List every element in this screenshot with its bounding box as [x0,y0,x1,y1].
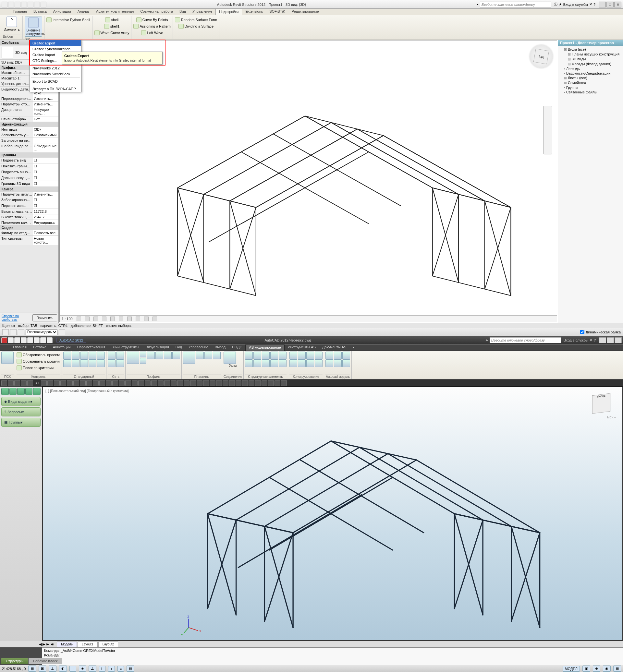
help-icon[interactable]: ? [594,338,596,342]
tb-icon[interactable] [216,380,222,386]
grid-icon-1[interactable] [108,352,116,359]
wave-button[interactable]: Wave Curve Array [94,30,129,36]
am-icon-3[interactable] [342,352,350,359]
designopt-icon[interactable] [18,329,24,335]
tree-sheets[interactable]: Листы (все) [559,75,621,81]
property-row[interactable]: Высота точки ц…2547.7 [0,214,58,220]
atab-12[interactable]: Документы AS [319,344,350,350]
atab-7[interactable]: Управление [185,344,212,350]
star-icon[interactable]: ★ [559,2,562,6]
tb-icon[interactable] [203,380,209,386]
command-line[interactable]: Команда: _AstM4CommGREXModelToAstor Кома… [42,647,623,665]
menu-export-lira[interactable]: Экспорт в ПК ЛИРА-САПР [30,86,81,92]
model-space-btn[interactable]: МОДЕЛ [563,666,580,672]
atab-6[interactable]: Вид [172,344,185,350]
tb-icon[interactable] [242,380,248,386]
exchange-icon[interactable]: ✕ [589,2,592,6]
con-icon-7[interactable] [306,359,314,367]
worksets-icon[interactable] [2,329,9,335]
tab-analysis[interactable]: Анализ [74,9,93,15]
crop-icon[interactable] [119,316,123,321]
shadows-icon[interactable] [102,316,107,321]
status-icon[interactable]: ◉ [603,666,611,672]
tb-icon[interactable] [158,380,164,386]
tb-icon[interactable] [1,380,7,386]
tree-views[interactable]: Виды (все) [559,47,621,52]
property-row[interactable]: Перспективная☐ [0,203,58,209]
tree-links[interactable]: Связанные файлы [559,90,621,94]
tree-groups[interactable]: Группы [559,85,621,90]
btab-structures[interactable]: Структуры [1,658,28,664]
tb-icon[interactable] [138,380,144,386]
property-row[interactable]: Переопределен…Изменить… [0,96,58,101]
property-row[interactable]: Параметры визу…Изменить… [0,192,58,197]
exchange-icon[interactable]: ✕ [590,338,593,342]
tb-icon[interactable] [262,380,267,386]
ducs-btn[interactable]: L [99,666,106,672]
tab-arch[interactable]: Архитектура и генплан [93,9,137,15]
qat-redo-icon[interactable] [28,2,33,7]
model-browser-btn[interactable]: Обозреватель модели [17,358,60,365]
tree-elev[interactable]: Фасады (Фасад здания) [559,62,621,66]
dynamic-box-checkbox[interactable] [580,330,584,334]
tb-icon[interactable] [171,380,177,386]
tb-icon[interactable] [21,380,27,386]
con-icon-1[interactable] [290,352,297,359]
pal-tab-4[interactable] [25,388,33,395]
prop-value[interactable]: Объединение … [33,143,58,152]
am-icon-4[interactable] [325,359,333,367]
se-icon-2[interactable] [254,352,261,359]
prop-value[interactable]: ☐ [33,203,58,209]
scale-value[interactable]: 1 : 100 [62,317,73,321]
con-icon-5[interactable] [290,359,297,367]
main-model-select[interactable]: Главная модель [26,329,57,335]
editreq-icon[interactable] [10,329,17,335]
property-row[interactable]: Дальняя секущ…☐ [0,175,58,181]
crop-region-icon[interactable] [127,316,132,321]
atab-10[interactable]: AS моделирование [245,344,284,350]
menu-navisworks-switchback[interactable]: Navisworks SwitchBack [30,71,81,77]
prof-icon-2[interactable] [140,358,146,364]
property-row[interactable]: Высота глаза на…11722.8 [0,209,58,214]
curve-by-points-button[interactable]: Curve By Points [136,17,168,23]
property-row[interactable]: Тип системыНовая констр… [0,236,58,245]
lwt-btn[interactable]: ≡ [117,666,124,672]
tb-icon[interactable] [119,380,125,386]
atab-13[interactable]: • [350,344,357,350]
property-row[interactable]: Положение кам…Регулировка [0,220,58,225]
prop-value[interactable]: Несущие конс… [33,107,58,116]
am-icon-6[interactable] [342,359,350,367]
tb-icon[interactable] [8,380,13,386]
tb-icon[interactable] [41,380,47,386]
grid-btn[interactable]: ⊞ [39,666,46,672]
osnap-btn[interactable]: □ [69,666,76,672]
tab-manage[interactable]: Управление [189,9,215,15]
acad-search-input[interactable] [489,337,561,343]
atab-11[interactable]: Инструменты AS [285,344,319,350]
tab-annot[interactable]: Аннотации [50,9,74,15]
std-icon-7[interactable] [72,359,80,367]
pal-tab-5[interactable] [33,388,40,395]
loft-wave-button[interactable]: Loft Wave [141,30,163,36]
prof-icon-1[interactable] [140,352,146,358]
prop-value[interactable]: 2547.7 [33,214,58,220]
maximize-button[interactable]: □ [606,2,614,7]
visual-style-icon[interactable] [85,316,90,321]
lock-3d-icon[interactable] [136,316,140,321]
tb-icon[interactable] [281,380,287,386]
qat-redo-icon[interactable] [47,337,53,343]
prof-icon-6[interactable] [172,352,180,359]
prop-value[interactable]: {3D} [33,127,58,132]
python-shell-button[interactable]: Interactive Python Shell [47,17,90,23]
std-icon-5[interactable] [97,352,105,359]
tree-plans[interactable]: Планы несущих конструкций [559,52,621,57]
prop-value[interactable]: Независимый [33,132,58,138]
qat-undo-icon[interactable] [21,2,27,7]
tb-icon[interactable] [145,380,151,386]
palette-queries[interactable]: ? Запросы ▾ [1,407,40,417]
atab-5[interactable]: Визуализация [143,344,172,350]
tb-icon[interactable] [27,380,33,386]
tab-addins[interactable]: Надстройки [215,9,242,15]
property-row[interactable]: Границы 3D вида☐ [0,181,58,187]
tb-icon[interactable] [197,380,203,386]
